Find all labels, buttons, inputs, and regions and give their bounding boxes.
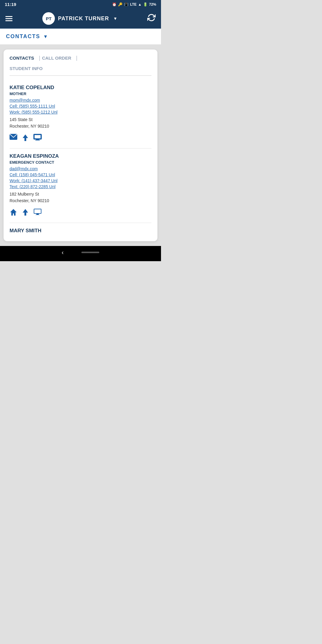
refresh-button[interactable] (147, 13, 156, 24)
signal-icon: ▲ (138, 2, 142, 7)
svg-marker-1 (23, 134, 28, 141)
contacts-card: CONTACTS | CALL ORDER | STUDENT INFO KAT… (4, 49, 157, 241)
contact-phone-keagan-work[interactable]: Work: (141) 437-3447 Unl (10, 178, 151, 183)
tab-student-info[interactable]: STUDENT INFO (10, 66, 46, 71)
key-icon: 🔑 (118, 2, 123, 7)
lte-label: LTE (130, 2, 137, 7)
back-button[interactable]: ‹ (62, 249, 64, 256)
svg-marker-8 (23, 209, 28, 216)
alarm-icon: ⏰ (112, 2, 117, 7)
status-bar: 11:19 ⏰ 🔑 📳 LTE ▲ 🔋 72% (0, 0, 161, 9)
upload-icon-2[interactable] (22, 208, 29, 218)
user-dropdown-chevron[interactable]: ▼ (113, 16, 117, 21)
contact-phone-keagan-cell[interactable]: Cell: (158) 045-5471 Unl (10, 172, 151, 177)
app-header: PT PATRICK TURNER ▼ (0, 9, 161, 29)
contacts-dropdown-bar[interactable]: CONTACTS ▼ (0, 29, 161, 45)
contact-email-keagan[interactable]: dad@mdx.com (10, 166, 151, 171)
contacts-bar-title: CONTACTS (6, 33, 40, 40)
email-icon[interactable] (10, 134, 17, 143)
contacts-bar-chevron: ▼ (43, 34, 48, 39)
contact-address-keagan: 182 Mulberry St Rochester, NY 90210 (10, 191, 151, 204)
contact-phone-keagan-text[interactable]: Text: (220) 872-2285 Unl (10, 184, 151, 189)
svg-rect-6 (35, 140, 40, 140)
contact-phone-katie-work[interactable]: Work: (585) 555-1212 Unl (10, 110, 151, 114)
contact-name-keagan: KEAGAN ESPINOZA (10, 153, 151, 159)
home-icon[interactable] (10, 208, 17, 218)
battery-level: 72% (149, 2, 156, 7)
tab-bar: CONTACTS | CALL ORDER | (10, 55, 151, 65)
tab-sep-2: | (76, 55, 78, 61)
user-name: PATRICK TURNER (58, 16, 109, 22)
bottom-nav: ‹ (0, 246, 161, 261)
desktop-icon[interactable] (33, 134, 42, 143)
contact-role-keagan: EMERGENCY CONTACT (10, 160, 151, 165)
contact-role-katie: MOTHER (10, 92, 151, 96)
svg-rect-11 (36, 214, 39, 215)
user-avatar: PT (42, 12, 55, 25)
contact-katie-copeland: KATIE COPELAND MOTHER mom@mdx.com Cell: … (10, 80, 151, 148)
contact-name-katie: KATIE COPELAND (10, 85, 151, 91)
contact-name-mary: MARY SMITH (10, 228, 151, 234)
contact-keagan-espinoza: KEAGAN ESPINOZA EMERGENCY CONTACT dad@md… (10, 148, 151, 223)
contact-phone-katie-cell[interactable]: Cell: (585) 555-1111 Unl (10, 104, 151, 109)
main-content: CONTACTS | CALL ORDER | STUDENT INFO KAT… (0, 45, 161, 246)
vibrate-icon: 📳 (124, 2, 129, 7)
contact-actions-keagan (10, 208, 151, 218)
status-time: 11:19 (5, 2, 16, 7)
home-pill[interactable] (81, 252, 99, 253)
contact-mary-smith: MARY SMITH (10, 223, 151, 236)
svg-rect-10 (34, 209, 41, 213)
contact-address-katie: 145 State St Rochester, NY 90210 (10, 116, 151, 130)
status-icons: ⏰ 🔑 📳 LTE ▲ 🔋 72% (112, 2, 156, 7)
contact-email-katie[interactable]: mom@mdx.com (10, 98, 151, 103)
svg-marker-7 (10, 209, 17, 216)
svg-rect-4 (34, 135, 41, 139)
tab-call-order[interactable]: CALL ORDER (42, 55, 74, 61)
contact-actions-katie (10, 134, 151, 143)
desktop-icon-2[interactable] (33, 208, 42, 218)
tab-contacts[interactable]: CONTACTS (10, 55, 37, 61)
battery-icon: 🔋 (143, 2, 148, 7)
menu-button[interactable] (5, 16, 13, 21)
header-center: PT PATRICK TURNER ▼ (42, 12, 117, 25)
svg-rect-12 (35, 215, 40, 215)
tab-sep-1: | (39, 55, 40, 61)
upload-icon[interactable] (22, 134, 29, 143)
